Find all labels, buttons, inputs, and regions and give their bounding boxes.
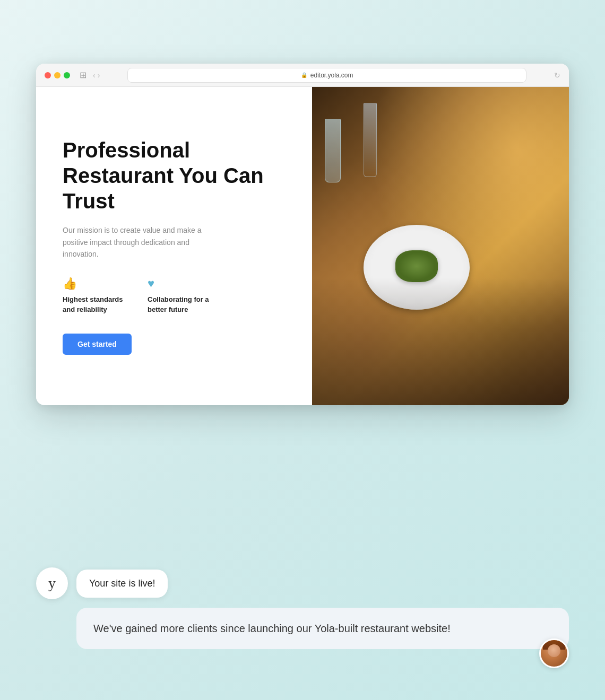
hero-title: Professional Restaurant You Can Trust — [63, 137, 286, 214]
feature-1: 👍 Highest standards and reliability — [63, 277, 126, 314]
browser-toolbar: ⊞ ‹ › 🔒 editor.yola.com ↻ — [36, 64, 569, 87]
chat-bubble-testimonial: We've gained more clients since launchin… — [76, 608, 569, 649]
heart-icon: ♥ — [148, 277, 211, 291]
wine-glass-1 — [325, 119, 341, 182]
get-started-button[interactable]: Get started — [63, 334, 132, 355]
back-button[interactable]: ‹ — [93, 71, 96, 80]
food-garnish — [395, 250, 438, 282]
wine-glass-2 — [364, 103, 377, 177]
nav-buttons: ‹ › — [93, 71, 100, 80]
sidebar-icon: ⊞ — [80, 70, 87, 80]
hero-subtitle: Our mission is to create value and make … — [63, 224, 211, 260]
lock-icon: 🔒 — [301, 72, 307, 78]
avatar-face — [548, 644, 560, 657]
restaurant-image — [312, 87, 569, 405]
browser-window: ⊞ ‹ › 🔒 editor.yola.com ↻ Professional R… — [36, 64, 569, 405]
chat-row-1: y Your site is live! — [36, 567, 569, 599]
feature-2: ♥ Collaborating for a better future — [148, 277, 211, 314]
url-text: editor.yola.com — [310, 72, 353, 79]
traffic-lights — [45, 72, 70, 78]
feature-1-label: Highest standards and reliability — [63, 295, 126, 314]
chat-testimonial-container: We've gained more clients since launchin… — [36, 608, 569, 668]
browser-content: Professional Restaurant You Can Trust Ou… — [36, 87, 569, 405]
chat-section: y Your site is live! We've gained more c… — [36, 567, 569, 668]
yola-avatar: y — [36, 567, 68, 599]
thumbsup-icon: 👍 — [63, 277, 126, 291]
image-overlay — [312, 278, 569, 405]
maximize-button[interactable] — [64, 72, 70, 78]
features-row: 👍 Highest standards and reliability ♥ Co… — [63, 277, 286, 314]
minimize-button[interactable] — [54, 72, 60, 78]
user-avatar — [539, 638, 569, 668]
reload-button[interactable]: ↻ — [554, 71, 560, 80]
feature-2-label: Collaborating for a better future — [148, 295, 211, 314]
chat-bubble-live: Your site is live! — [76, 570, 168, 598]
address-bar[interactable]: 🔒 editor.yola.com — [127, 68, 526, 83]
content-left: Professional Restaurant You Can Trust Ou… — [36, 87, 312, 405]
restaurant-image-panel — [312, 87, 569, 405]
forward-button[interactable]: › — [98, 71, 100, 80]
close-button[interactable] — [45, 72, 51, 78]
